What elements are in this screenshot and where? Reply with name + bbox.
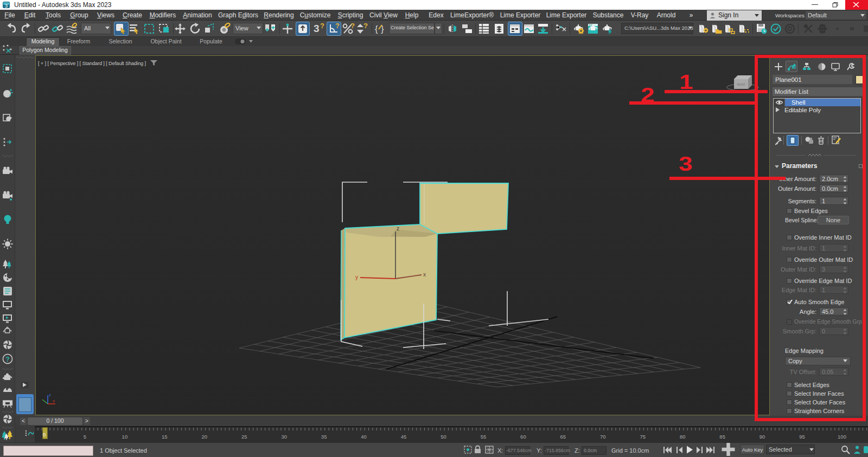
svg-text:z: z bbox=[397, 226, 399, 231]
svg-text:x: x bbox=[53, 398, 55, 403]
svg-text:y: y bbox=[355, 274, 358, 280]
svg-text:FRONT: FRONT bbox=[737, 83, 745, 86]
svg-text:z: z bbox=[49, 392, 51, 397]
svg-text:{: { bbox=[375, 24, 378, 34]
svg-text:?: ? bbox=[5, 356, 9, 363]
svg-text:3: 3 bbox=[5, 3, 8, 9]
svg-text:x: x bbox=[423, 272, 426, 278]
